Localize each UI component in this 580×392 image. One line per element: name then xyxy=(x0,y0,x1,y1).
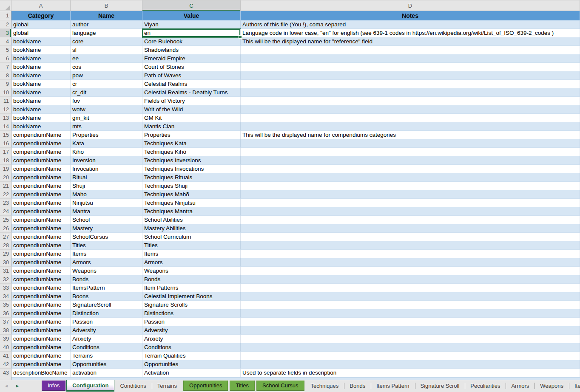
cell-D27[interactable] xyxy=(241,233,580,241)
cell-A43[interactable]: descriptionBlocName xyxy=(11,369,71,377)
cell-B30[interactable]: Armors xyxy=(71,258,142,267)
cell-B16[interactable]: Kata xyxy=(71,139,142,148)
cell-B9[interactable]: cr xyxy=(71,80,142,88)
cell-B31[interactable]: Weapons xyxy=(71,267,142,275)
cell-C3[interactable]: en xyxy=(142,29,241,37)
cell-B7[interactable]: cos xyxy=(71,63,142,71)
cell-D8[interactable] xyxy=(241,71,580,80)
row-header-30[interactable]: 30 xyxy=(0,258,11,267)
prev-sheet-arrow-icon[interactable]: ◄ xyxy=(4,384,9,388)
row-header-11[interactable]: 11 xyxy=(0,97,11,105)
cell-B2[interactable]: author xyxy=(71,20,142,29)
row-header-33[interactable]: 33 xyxy=(0,284,11,292)
row-header-6[interactable]: 6 xyxy=(0,54,11,63)
cell-A27[interactable]: compendiumName xyxy=(11,233,71,241)
cell-D20[interactable] xyxy=(241,173,580,182)
column-header-B[interactable]: B xyxy=(71,0,142,11)
cell-D38[interactable] xyxy=(241,326,580,335)
cell-C42[interactable]: Opportunities xyxy=(142,360,241,369)
row-header-3[interactable]: 3 xyxy=(0,29,11,37)
row-header-41[interactable]: 41 xyxy=(0,352,11,360)
cell-A2[interactable]: global xyxy=(11,20,71,29)
row-header-18[interactable]: 18 xyxy=(0,156,11,165)
cell-C16[interactable]: Techniques Kata xyxy=(142,139,241,148)
cell-C26[interactable]: Mastery Abilities xyxy=(142,224,241,233)
cell-D35[interactable] xyxy=(241,301,580,309)
row-header-9[interactable]: 9 xyxy=(0,80,11,88)
select-all-corner[interactable] xyxy=(0,0,11,11)
cell-C38[interactable]: Adversity xyxy=(142,326,241,335)
cell-B11[interactable]: fov xyxy=(71,97,142,105)
row-header-17[interactable]: 17 xyxy=(0,148,11,156)
cell-C32[interactable]: Bonds xyxy=(142,275,241,284)
cell-A31[interactable]: compendiumName xyxy=(11,267,71,275)
row-header-37[interactable]: 37 xyxy=(0,318,11,326)
cell-A10[interactable]: bookName xyxy=(11,88,71,97)
cell-A8[interactable]: bookName xyxy=(11,71,71,80)
cell-A16[interactable]: compendiumName xyxy=(11,139,71,148)
cell-C24[interactable]: Techniques Mantra xyxy=(142,207,241,216)
cell-C21[interactable]: Techniques Shuji xyxy=(142,182,241,190)
row-header-7[interactable]: 7 xyxy=(0,63,11,71)
cell-A30[interactable]: compendiumName xyxy=(11,258,71,267)
cell-C31[interactable]: Weapons xyxy=(142,267,241,275)
cell-D33[interactable] xyxy=(241,284,580,292)
row-header-16[interactable]: 16 xyxy=(0,139,11,148)
cell-C11[interactable]: Fields of Victory xyxy=(142,97,241,105)
cell-C9[interactable]: Celestial Realms xyxy=(142,80,241,88)
row-header-31[interactable]: 31 xyxy=(0,267,11,275)
row-header-19[interactable]: 19 xyxy=(0,165,11,173)
cell-C33[interactable]: Item Patterns xyxy=(142,284,241,292)
cell-B41[interactable]: Terrains xyxy=(71,352,142,360)
cell-C40[interactable]: Conditions xyxy=(142,343,241,352)
row-header-12[interactable]: 12 xyxy=(0,105,11,114)
cell-D43[interactable]: Used to separate fields in description xyxy=(241,369,580,377)
sheet-tab-configuration[interactable]: Configuration xyxy=(66,380,114,392)
cell-D23[interactable] xyxy=(241,199,580,207)
cell-D1[interactable]: Notes xyxy=(241,11,580,20)
cell-B17[interactable]: Kiho xyxy=(71,148,142,156)
cell-A32[interactable]: compendiumName xyxy=(11,275,71,284)
cell-C43[interactable]: Activation xyxy=(142,369,241,377)
cell-A11[interactable]: bookName xyxy=(11,97,71,105)
cell-A28[interactable]: compendiumName xyxy=(11,241,71,250)
row-header-25[interactable]: 25 xyxy=(0,216,11,224)
cell-A19[interactable]: compendiumName xyxy=(11,165,71,173)
cell-D16[interactable] xyxy=(241,139,580,148)
cell-D4[interactable]: This will be the displayed name for "ref… xyxy=(241,37,580,46)
cell-D6[interactable] xyxy=(241,54,580,63)
cell-D31[interactable] xyxy=(241,267,580,275)
cell-B18[interactable]: Inversion xyxy=(71,156,142,165)
cell-C30[interactable]: Armors xyxy=(142,258,241,267)
cell-B38[interactable]: Adversity xyxy=(71,326,142,335)
row-header-5[interactable]: 5 xyxy=(0,46,11,54)
cell-B15[interactable]: Properties xyxy=(71,131,142,139)
cell-C37[interactable]: Passion xyxy=(142,318,241,326)
cell-C22[interactable]: Techniques Mahõ xyxy=(142,190,241,199)
cell-A14[interactable]: bookName xyxy=(11,122,71,131)
cell-D41[interactable] xyxy=(241,352,580,360)
cell-C25[interactable]: School Abilities xyxy=(142,216,241,224)
cell-A13[interactable]: bookName xyxy=(11,114,71,122)
row-header-34[interactable]: 34 xyxy=(0,292,11,301)
cell-A23[interactable]: compendiumName xyxy=(11,199,71,207)
cell-A18[interactable]: compendiumName xyxy=(11,156,71,165)
cell-D10[interactable] xyxy=(241,88,580,97)
row-header-2[interactable]: 2 xyxy=(0,20,11,29)
cell-A36[interactable]: compendiumName xyxy=(11,309,71,318)
cell-D34[interactable] xyxy=(241,292,580,301)
cell-A9[interactable]: bookName xyxy=(11,80,71,88)
cell-B39[interactable]: Anxiety xyxy=(71,335,142,343)
cell-C2[interactable]: Vlyan xyxy=(142,20,241,29)
sheet-tab-techniques[interactable]: Techniques xyxy=(305,381,344,391)
cell-C12[interactable]: Writ of the Wild xyxy=(142,105,241,114)
next-sheet-arrow-icon[interactable]: ► xyxy=(15,384,20,388)
cell-B43[interactable]: activation xyxy=(71,369,142,377)
row-header-4[interactable]: 4 xyxy=(0,37,11,46)
cell-B3[interactable]: language xyxy=(71,29,142,37)
row-header-23[interactable]: 23 xyxy=(0,199,11,207)
cell-A17[interactable]: compendiumName xyxy=(11,148,71,156)
cell-A26[interactable]: compendiumName xyxy=(11,224,71,233)
cell-A12[interactable]: bookName xyxy=(11,105,71,114)
cell-C29[interactable]: Items xyxy=(142,250,241,258)
